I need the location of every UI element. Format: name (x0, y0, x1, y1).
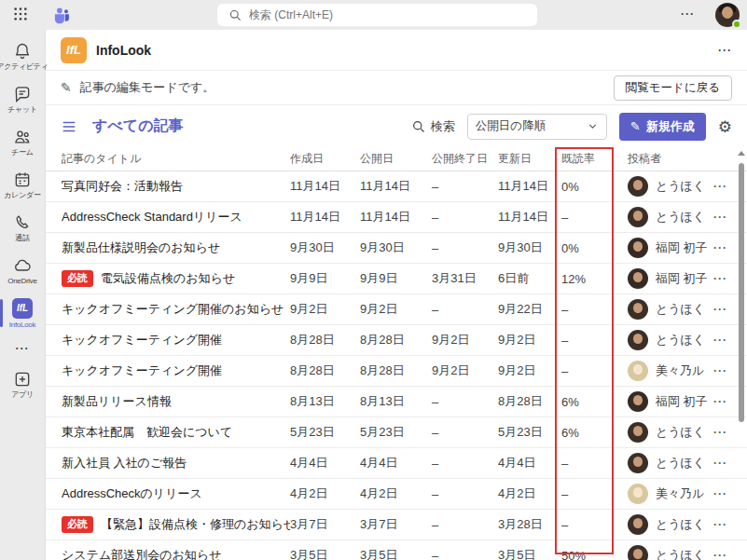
read-rate: – (561, 518, 628, 532)
table-row[interactable]: AddressCheck Standardリリース 11月14日 11月14日 … (46, 202, 747, 233)
created-date: 4月4日 (290, 455, 360, 471)
table-row[interactable]: 必読 【緊急】設備点検・修理のお知らせ 3月7日 3月7日 – 3月28日 – … (46, 510, 747, 540)
column-header: 投稿者 (628, 151, 712, 167)
published-date: 8月13日 (360, 393, 432, 410)
table-row[interactable]: キックオフミーティング開催 8月28日 8月28日 9月2日 9月2日 – 美々… (46, 356, 747, 387)
more-icon: ··· (16, 342, 30, 355)
sidebar-item-teams[interactable]: チーム (0, 120, 45, 163)
created-date: 9月9日 (290, 270, 360, 287)
sidebar-item-calendar[interactable]: カレンダー (0, 163, 45, 206)
phone-icon (13, 213, 32, 232)
table-row[interactable]: システム部送別会のお知らせ 3月5日 3月5日 – 3月5日 50% とうほく … (46, 540, 747, 560)
sidebar-item-more[interactable]: ··· (0, 335, 45, 362)
article-title: 新製品リリース情報 (62, 393, 172, 410)
sidebar-item-apps[interactable]: アプリ (0, 362, 45, 405)
sidebar-item-label: OneDrive (7, 278, 36, 285)
sidebar-item-onedrive[interactable]: OneDrive (0, 249, 45, 292)
publish-end-date: 9月2日 (432, 332, 498, 348)
cloud-icon (13, 256, 32, 275)
published-date: 3月7日 (360, 516, 432, 533)
user-avatar[interactable] (715, 3, 740, 27)
created-date: 3月5日 (290, 547, 360, 560)
list-search-button[interactable]: 検索 (411, 118, 455, 135)
created-date: 8月28日 (290, 332, 360, 348)
teams-top-bar: ··· (0, 0, 747, 30)
read-rate: 12% (561, 272, 628, 286)
read-rate: – (561, 211, 628, 225)
sidebar-item-infolook[interactable]: IfLInfoLook (0, 292, 45, 335)
back-to-view-mode-button[interactable]: 閲覧モードに戻る (614, 75, 732, 101)
sidebar-item-calls[interactable]: 通話 (0, 206, 45, 249)
must-read-badge: 必読 (62, 270, 93, 286)
app-title: InfoLook (96, 43, 151, 58)
updated-date: 4月2日 (498, 485, 561, 502)
created-date: 11月14日 (290, 209, 360, 225)
table-row[interactable]: 写真同好会：活動報告 11月14日 11月14日 – 11月14日 0% とうほ… (46, 171, 747, 202)
teams-logo-icon[interactable] (52, 6, 71, 24)
table-row[interactable]: 新製品リリース情報 8月13日 8月13日 – 8月28日 6% 福岡 初子 ·… (46, 387, 747, 417)
scrollbar-thumb[interactable] (739, 163, 744, 422)
avatar (628, 330, 648, 350)
author-name: とうほく (656, 178, 705, 195)
published-date: 8月28日 (360, 362, 432, 379)
status-online-badge (732, 20, 741, 29)
article-title: 新入社員 入社のご報告 (62, 455, 187, 471)
published-date: 9月30日 (360, 239, 432, 256)
hamburger-menu-icon[interactable] (61, 118, 77, 135)
publish-end-date: 9月2日 (432, 362, 498, 379)
pencil-icon: ✎ (61, 80, 72, 95)
publish-end-date: – (432, 211, 498, 225)
table-row[interactable]: AddressCheckのリリース 4月2日 4月2日 – 4月2日 – 美々乃… (46, 479, 747, 510)
author-name: とうほく (656, 516, 705, 533)
gear-icon[interactable]: ⚙ (718, 117, 732, 136)
sidebar-item-chat[interactable]: チャット (0, 77, 45, 120)
avatar (628, 484, 648, 504)
publish-end-date: – (432, 518, 498, 532)
table-row[interactable]: キックオフミーティング開催 8月28日 8月28日 9月2日 9月2日 – とう… (46, 325, 747, 356)
author-cell: 福岡 初子 (628, 268, 712, 289)
article-title: キックオフミーティング開催のお知らせ (62, 301, 284, 318)
list-toolbar: すべての記事 検索 公開日の降順 ✎ 新規作成 ⚙ (46, 105, 747, 147)
published-date: 9月2日 (360, 301, 432, 318)
author-cell: とうほく (628, 299, 712, 320)
article-title: 東京本社配属 歓迎会について (62, 424, 232, 441)
table-scrollbar[interactable] (737, 147, 746, 560)
author-cell: とうほく (628, 453, 712, 473)
create-new-button[interactable]: ✎ 新規作成 (619, 113, 706, 141)
updated-date: 9月30日 (498, 239, 561, 256)
sidebar-item-label: InfoLook (9, 321, 35, 329)
avatar (628, 299, 648, 320)
published-date: 4月2日 (360, 485, 432, 502)
avatar (628, 391, 648, 412)
search-input[interactable] (217, 4, 537, 26)
sidebar-item-activity[interactable]: アクティビティ (0, 34, 45, 77)
publish-end-date: – (432, 426, 498, 440)
updated-date: 3月5日 (498, 547, 561, 560)
column-header: 公開日 (360, 151, 432, 167)
author-name: とうほく (656, 209, 705, 225)
read-rate: – (561, 457, 628, 471)
app-header-more-button[interactable]: ··· (718, 44, 732, 57)
author-name: とうほく (656, 301, 705, 318)
table-row[interactable]: 新製品仕様説明会のお知らせ 9月30日 9月30日 – 9月30日 0% 福岡 … (46, 233, 747, 264)
table-row[interactable]: 東京本社配属 歓迎会について 5月23日 5月23日 – 5月23日 6% とう… (46, 417, 747, 448)
table-row[interactable]: 必読 電気設備点検のお知らせ 9月9日 9月9日 3月31日 6日前 12% 福… (46, 264, 747, 294)
published-date: 11月14日 (360, 178, 432, 195)
table-header-row: 記事のタイトル作成日公開日公開終了日更新日既読率投稿者 (46, 147, 747, 171)
table-row[interactable]: 新入社員 入社のご報告 4月4日 4月4日 – 4月4日 – とうほく ··· (46, 448, 747, 479)
avatar (628, 207, 648, 227)
scroll-up-arrow-icon[interactable] (738, 151, 745, 156)
sort-order-dropdown[interactable]: 公開日の降順 (467, 114, 607, 140)
read-rate: – (561, 364, 628, 378)
author-cell: 美々乃ル (628, 361, 712, 381)
topbar-more-button[interactable]: ··· (681, 7, 695, 20)
table-row[interactable]: キックオフミーティング開催のお知らせ 9月2日 9月2日 – 9月22日 – と… (46, 294, 747, 325)
edit-mode-message: 記事の編集モードです。 (80, 79, 215, 96)
article-title: 【緊急】設備点検・修理のお知らせ (101, 516, 290, 533)
waffle-menu-icon[interactable] (13, 7, 28, 21)
article-title: 写真同好会：活動報告 (62, 178, 183, 195)
author-cell: とうほく (628, 207, 712, 227)
column-header: 記事のタイトル (62, 151, 290, 167)
publish-end-date: 3月31日 (432, 270, 498, 287)
updated-date: 9月2日 (498, 332, 561, 348)
